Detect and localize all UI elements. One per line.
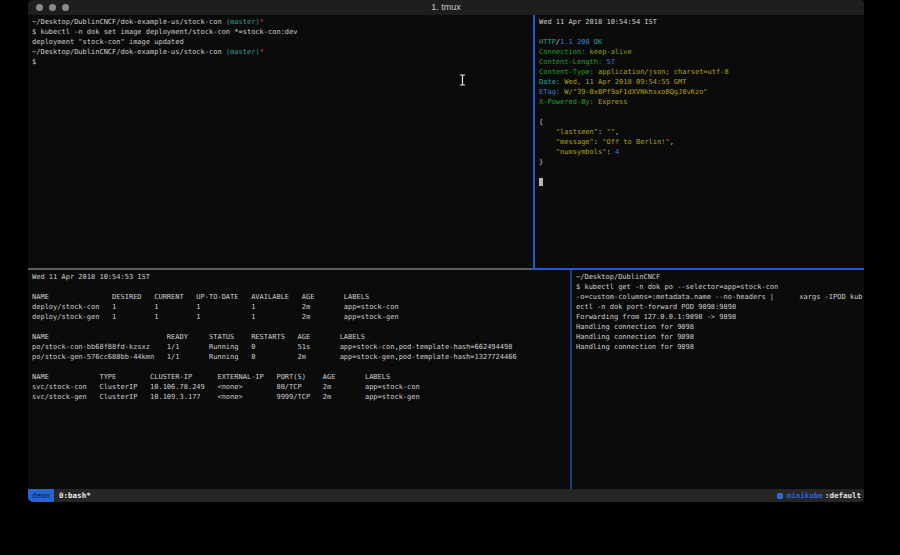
tmux-session-name[interactable]: demo [28,489,54,502]
kube-context-label: minikube [787,491,823,500]
window-titlebar[interactable]: 1. tmux [28,0,864,15]
kube-namespace-label: :default [825,491,861,500]
pane-port-forward[interactable]: ~/Desktop/DublinCNCF$ kubectl get -n dok… [572,270,864,489]
tmux-status-right: minikube:default [777,491,864,500]
pane-shell-top-left[interactable]: ~/Desktop/DublinCNCF/dok-example-us/stoc… [28,15,533,268]
pane-kubectl-resources[interactable]: Wed 11 Apr 2018 10:54:53 ISTNAME DESIRED… [28,270,570,489]
mouse-ibeam-cursor [458,74,467,86]
tmux-status-bar: demo 0:bash* minikube:default [28,489,864,502]
window-title: 1. tmux [28,0,864,15]
tmux-window-item[interactable]: 0:bash* [59,491,91,500]
desktop: 1. tmux ~/Desktop/DublinCNCF/dok-example… [0,0,900,555]
pane-http-response[interactable]: Wed 11 Apr 2018 10:54:54 ISTHTTP/1.1 200… [535,15,864,268]
terminal-window: 1. tmux ~/Desktop/DublinCNCF/dok-example… [28,0,864,502]
kubernetes-helm-icon [777,493,783,499]
